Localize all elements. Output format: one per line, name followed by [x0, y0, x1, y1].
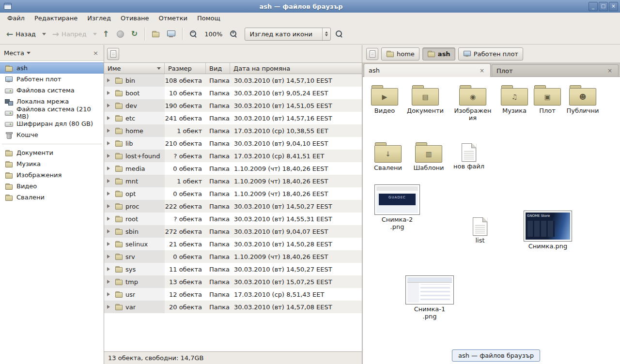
stop-button[interactable] — [114, 28, 127, 40]
path-button[interactable]: ash — [422, 47, 455, 61]
sidebar-item[interactable]: Изображения — [0, 169, 104, 181]
tab-close-icon[interactable]: × — [478, 67, 486, 74]
zoom-in-button[interactable] — [227, 28, 240, 40]
expander-icon[interactable] — [107, 91, 112, 95]
table-row[interactable]: lib 210 обекта Папка 30.03.2010 (вт) 9,0… — [104, 137, 362, 150]
spin-arrows-icon[interactable] — [322, 28, 330, 40]
sidebar-item[interactable]: Шифриран дял (80 GB) — [0, 118, 104, 129]
table-row[interactable]: proc 222 обекта Папка 30.03.2010 (вт) 14… — [104, 200, 362, 212]
sidebar-item[interactable]: ash — [0, 62, 104, 74]
tab[interactable]: ash × — [364, 63, 491, 77]
file-item[interactable]: ▶ Видео — [364, 85, 405, 115]
menu-item[interactable]: Файл — [3, 14, 29, 23]
table-row[interactable]: opt 0 обекта Папка 1.10.2009 (чт) 18,40,… — [104, 187, 362, 200]
expander-icon[interactable] — [107, 217, 112, 221]
sidebar-item[interactable]: Файлова система (210 MB) — [0, 107, 104, 118]
menu-item[interactable]: Помощ — [193, 14, 225, 23]
forward-history-dropdown[interactable] — [92, 29, 98, 40]
file-item[interactable]: ▥ Шаблони — [408, 142, 449, 172]
taskbar-window-button[interactable]: ash — файлов браузър — [452, 349, 540, 362]
table-row[interactable]: usr 12 обекта Папка 17.03.2010 (ср) 8,51… — [104, 288, 362, 301]
sidebar-close-icon[interactable]: × — [92, 49, 100, 57]
expander-icon[interactable] — [107, 167, 112, 170]
table-row[interactable]: media 0 обекта Папка 1.10.2009 (чт) 18,4… — [104, 162, 362, 175]
table-row[interactable]: selinux 21 обекта Папка 30.03.2010 (вт) … — [104, 238, 362, 250]
file-item[interactable]: ▤ Документи — [405, 85, 446, 115]
sidebar-item[interactable]: Файлова система — [0, 85, 104, 96]
file-item[interactable]: GUADEC Снимка-2.png — [372, 184, 422, 231]
file-item[interactable]: list — [460, 217, 500, 244]
home-button[interactable] — [149, 28, 162, 40]
minimize-button[interactable]: _ — [589, 2, 598, 11]
column-header-kind[interactable]: Вид — [206, 63, 230, 74]
sidebar-item[interactable]: Кошче — [0, 129, 104, 140]
table-row[interactable]: var 20 обекта Папка 30.03.2010 (вт) 14,5… — [104, 301, 362, 313]
file-item[interactable]: Снимка-1.png — [404, 275, 455, 320]
expander-icon[interactable] — [107, 255, 112, 258]
expander-icon[interactable] — [107, 280, 112, 284]
back-button[interactable]: ← Назад — [3, 28, 39, 41]
column-header-modified[interactable]: Дата на промяна — [230, 63, 362, 74]
path-button[interactable]: home — [381, 47, 419, 61]
table-row[interactable]: boot 10 обекта Папка 30.03.2010 (вт) 9,0… — [104, 87, 362, 99]
column-header-name[interactable]: Име — [104, 63, 165, 74]
table-row[interactable]: sbin 272 обекта Папка 30.03.2010 (вт) 9,… — [104, 225, 362, 238]
expander-icon[interactable] — [107, 154, 112, 158]
table-row[interactable]: dev 190 обекта Папка 30.03.2010 (вт) 14,… — [104, 99, 362, 112]
expander-icon[interactable] — [107, 292, 112, 296]
toggle-location-entry-button[interactable] — [107, 48, 119, 60]
file-item[interactable]: GNOME Store Снимка.png — [523, 211, 573, 250]
computer-button[interactable] — [164, 28, 178, 40]
table-row[interactable]: etc 241 обекта Папка 30.03.2010 (вт) 14,… — [104, 112, 362, 124]
zoom-out-button[interactable] — [186, 28, 200, 40]
table-row[interactable]: tmp 13 обекта Папка 30.03.2010 (вт) 15,0… — [104, 275, 362, 288]
expander-icon[interactable] — [107, 141, 112, 145]
sidebar-item[interactable]: Документи — [0, 147, 104, 158]
expander-icon[interactable] — [107, 78, 112, 82]
file-item[interactable]: ↓ Свалени — [368, 142, 408, 172]
up-button[interactable]: ↑ — [100, 28, 112, 41]
reload-button[interactable]: ↻ — [128, 28, 140, 40]
column-header-size[interactable]: Размер — [165, 63, 206, 74]
expander-icon[interactable] — [107, 305, 112, 309]
expander-icon[interactable] — [107, 267, 112, 271]
expander-icon[interactable] — [107, 104, 112, 107]
tab[interactable]: Плот × — [492, 64, 619, 76]
close-button[interactable]: × — [609, 2, 618, 11]
file-item[interactable]: ◉ Изображения — [452, 85, 493, 122]
file-item[interactable]: ☻ Публични — [562, 85, 603, 115]
table-row[interactable]: sys 11 обекта Папка 30.03.2010 (вт) 14,5… — [104, 263, 362, 275]
back-history-dropdown[interactable] — [41, 29, 47, 40]
chevron-down-icon[interactable] — [27, 52, 31, 56]
sidebar-item[interactable]: Свалени — [0, 192, 104, 203]
sidebar-item[interactable]: Видео — [0, 181, 104, 192]
forward-button[interactable]: → Напред — [49, 28, 90, 41]
expander-icon[interactable] — [107, 229, 112, 233]
maximize-button[interactable]: □ — [599, 2, 608, 11]
table-row[interactable]: bin 108 обекта Папка 30.03.2010 (вт) 14,… — [104, 74, 362, 87]
search-button[interactable] — [332, 28, 346, 40]
menu-item[interactable]: Редактиране — [30, 14, 82, 23]
file-item[interactable]: нов файл — [449, 143, 489, 170]
menu-item[interactable]: Изглед — [83, 14, 115, 23]
view-mode-select[interactable]: Изглед като икони — [245, 28, 331, 41]
expander-icon[interactable] — [107, 129, 112, 133]
toggle-location-entry-button[interactable] — [366, 48, 378, 60]
sidebar-item[interactable]: Музика — [0, 158, 104, 169]
table-row[interactable]: lost+found ? обекта Папка 17.03.2010 (ср… — [104, 150, 362, 162]
sidebar-title[interactable]: Места — [4, 49, 24, 57]
menu-item[interactable]: Отиване — [116, 14, 153, 23]
file-item[interactable]: ▣ Плот — [527, 85, 568, 115]
expander-icon[interactable] — [107, 204, 112, 208]
expander-icon[interactable] — [107, 192, 112, 196]
path-button[interactable]: Работен плот — [458, 47, 523, 61]
expander-icon[interactable] — [107, 242, 112, 246]
expander-icon[interactable] — [107, 116, 112, 120]
menu-item[interactable]: Отметки — [154, 14, 191, 23]
table-row[interactable]: home 1 обект Папка 17.03.2010 (ср) 10,38… — [104, 124, 362, 137]
sidebar-item[interactable]: Работен плот — [0, 74, 104, 85]
table-row[interactable]: root ? обекта Папка 30.03.2010 (вт) 14,5… — [104, 212, 362, 225]
expander-icon[interactable] — [107, 179, 112, 183]
table-row[interactable]: srv 0 обекта Папка 1.10.2009 (чт) 18,40,… — [104, 250, 362, 263]
table-row[interactable]: mnt 1 обект Папка 1.10.2009 (чт) 18,40,2… — [104, 175, 362, 187]
